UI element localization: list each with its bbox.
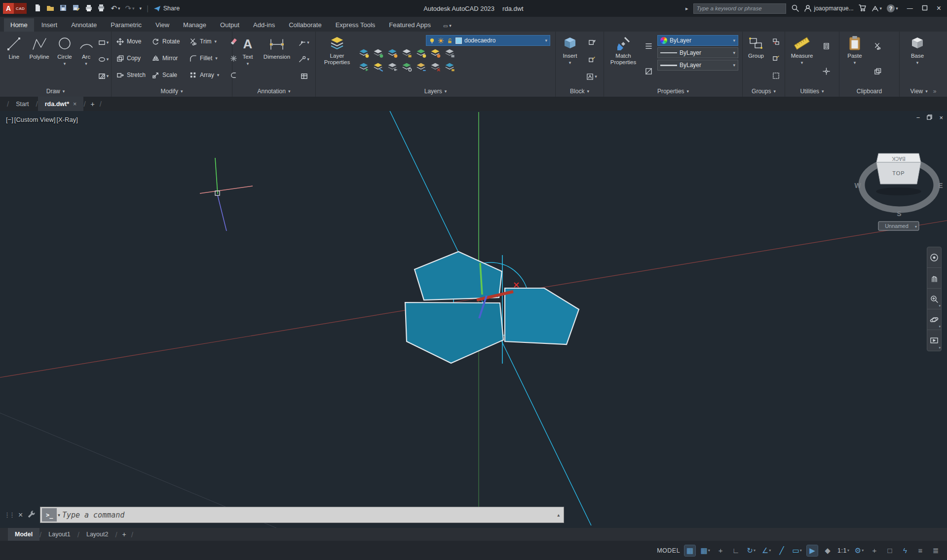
- ribbon-display-toggle[interactable]: ▭▾: [438, 20, 456, 32]
- annotation-visibility-icon[interactable]: ◆: [822, 545, 833, 556]
- edit-block-button[interactable]: [588, 56, 596, 65]
- search-icon[interactable]: [791, 4, 799, 13]
- ortho-mode-icon[interactable]: ∟: [730, 545, 741, 556]
- new-drawing-tab-button[interactable]: +: [86, 97, 100, 111]
- viewport-close-button[interactable]: ×: [939, 114, 943, 121]
- undo-button[interactable]: ↶▾: [111, 4, 120, 13]
- help-button[interactable]: ?▾: [887, 4, 898, 12]
- quick-calculator-button[interactable]: [823, 42, 830, 51]
- pentagon-right[interactable]: [505, 288, 579, 344]
- viewcube-west-label[interactable]: W: [854, 182, 861, 189]
- stretch-button[interactable]: Stretch: [116, 72, 152, 79]
- viewport-minimize-control[interactable]: [−]: [6, 116, 13, 123]
- mirror-button[interactable]: Mirror: [152, 55, 189, 62]
- layer-on-button[interactable]: [416, 48, 426, 60]
- rectangle-tool-button[interactable]: ▾: [98, 39, 109, 46]
- rotate-button[interactable]: Rotate: [152, 38, 189, 45]
- customization-icon[interactable]: ≡: [915, 545, 926, 556]
- command-expand-icon[interactable]: ▴: [557, 512, 564, 518]
- previous-layer-button[interactable]: [387, 62, 398, 74]
- layer-properties-button[interactable]: Layer Properties: [320, 33, 354, 86]
- annotation-scale-control[interactable]: 1:1▾: [837, 545, 849, 556]
- pentagon-bottom[interactable]: [405, 302, 503, 363]
- layer-thaw-button[interactable]: [430, 48, 441, 60]
- match-properties-button[interactable]: Match Properties: [607, 33, 640, 86]
- tab-home[interactable]: Home: [4, 18, 34, 32]
- base-button[interactable]: Base ▾: [906, 33, 929, 86]
- copy-clip-button[interactable]: [874, 68, 881, 76]
- orbit-button[interactable]: ▾: [927, 309, 941, 330]
- copy-button[interactable]: Copy: [116, 55, 152, 62]
- fillet-button[interactable]: Fillet▾: [189, 55, 230, 62]
- layer-delete-button[interactable]: [430, 62, 441, 74]
- cart-icon[interactable]: [859, 4, 867, 13]
- viewcube-south-label[interactable]: S: [897, 210, 901, 218]
- make-current-button[interactable]: [358, 62, 369, 74]
- showmotion-button[interactable]: ▾: [927, 330, 941, 351]
- command-grip-handle[interactable]: ⋮⋮: [4, 511, 14, 519]
- tab-view[interactable]: View: [149, 18, 176, 32]
- workspace-switching-icon[interactable]: ⚙▾: [854, 545, 865, 556]
- layer-unlock-button[interactable]: [444, 48, 455, 60]
- line-button[interactable]: Line: [3, 33, 25, 86]
- command-input[interactable]: [62, 511, 557, 520]
- viewport-minimize-button[interactable]: −: [916, 114, 920, 121]
- circle-button[interactable]: Circle ▾: [54, 33, 76, 86]
- lock-fade-button[interactable]: [444, 62, 455, 74]
- grid-toggle-icon[interactable]: ▦: [684, 545, 695, 556]
- layout-tab-layout1[interactable]: Layout1: [41, 528, 77, 541]
- tab-express-tools[interactable]: Express Tools: [329, 18, 382, 32]
- tab-manage[interactable]: Manage: [177, 18, 213, 32]
- move-button[interactable]: Move: [116, 38, 152, 45]
- open-file-button[interactable]: [46, 4, 54, 13]
- polyline-button[interactable]: Polyline: [26, 33, 53, 86]
- match-layer-button[interactable]: [373, 62, 383, 74]
- tab-parametric[interactable]: Parametric: [104, 18, 148, 32]
- dimension-button[interactable]: Dimension: [260, 33, 294, 86]
- window-minimize-button[interactable]: —: [907, 5, 913, 12]
- table-tool-button[interactable]: [301, 73, 308, 80]
- measure-button[interactable]: Measure ▾: [788, 33, 816, 86]
- qat-customize-button[interactable]: ▾: [140, 6, 142, 11]
- polar-tracking-icon[interactable]: ↻▾: [746, 545, 757, 556]
- viewport-visual-style-control[interactable]: [X-Ray]: [56, 116, 77, 123]
- app-logo[interactable]: A CAD: [3, 3, 27, 14]
- trim-button[interactable]: Trim▾: [189, 38, 230, 45]
- file-tab-current[interactable]: rda.dwt* ×: [38, 97, 84, 111]
- zoom-button[interactable]: ▾: [927, 289, 941, 309]
- paste-button[interactable]: Paste ▾: [843, 33, 866, 86]
- tab-add-ins[interactable]: Add-ins: [247, 18, 281, 32]
- command-prompt-icon[interactable]: >_: [42, 508, 57, 522]
- panel-label-layers[interactable]: Layers▾: [316, 86, 555, 97]
- command-close-icon[interactable]: ×: [18, 511, 23, 520]
- properties-list-button[interactable]: [645, 42, 652, 51]
- tab-insert[interactable]: Insert: [35, 18, 64, 32]
- new-layout-button[interactable]: +: [117, 528, 131, 541]
- command-line-bar[interactable]: >_ ▾ ▴: [40, 507, 564, 523]
- layer-lock-button[interactable]: [401, 48, 412, 60]
- panel-label-draw[interactable]: Draw▾: [0, 86, 111, 97]
- panel-label-modify[interactable]: Modify▾: [112, 86, 232, 97]
- object-snap-icon[interactable]: ▭▾: [792, 545, 802, 556]
- file-tab-close-icon[interactable]: ×: [73, 101, 76, 108]
- window-close-button[interactable]: ×: [937, 4, 941, 13]
- hatch-tool-button[interactable]: ▾: [98, 73, 109, 80]
- isodraft-icon[interactable]: ╱: [776, 545, 787, 556]
- viewport-view-control[interactable]: [Custom View]: [14, 116, 56, 123]
- command-customize-wrench-icon[interactable]: [27, 510, 36, 520]
- transparency-button[interactable]: [645, 68, 652, 76]
- recent-commands-icon[interactable]: ▾: [58, 513, 60, 518]
- pentagon-top[interactable]: [415, 252, 502, 300]
- tab-collaborate[interactable]: Collaborate: [282, 18, 328, 32]
- search-collapse-arrow[interactable]: ▸: [685, 6, 688, 11]
- save-as-button[interactable]: [72, 4, 80, 13]
- leader-tool-button[interactable]: ▾: [299, 39, 309, 46]
- selection-cycling-icon[interactable]: ▶: [807, 545, 818, 556]
- object-snap-tracking-icon[interactable]: ∠▾: [761, 545, 772, 556]
- clean-screen-icon[interactable]: ≣: [930, 545, 941, 556]
- ellipse-tool-button[interactable]: ▾: [98, 56, 109, 63]
- arc-button[interactable]: Arc ▾: [76, 33, 96, 86]
- share-button[interactable]: Share: [153, 5, 180, 12]
- user-account-button[interactable]: joaopmarque...: [804, 4, 854, 12]
- plot-button[interactable]: [85, 4, 93, 13]
